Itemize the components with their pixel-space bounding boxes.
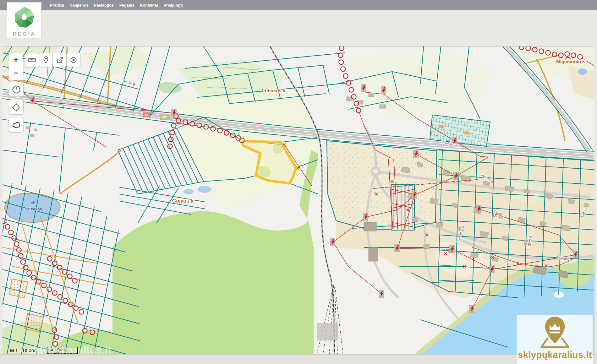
lithuania-outline-icon bbox=[11, 120, 21, 130]
history-time-button[interactable] bbox=[9, 82, 24, 97]
share-tool-button[interactable] bbox=[53, 53, 67, 67]
menu-item-prisijungti[interactable]: Prisijungti bbox=[164, 3, 183, 8]
settlement-label-miguc: Migūčionių k bbox=[556, 59, 585, 64]
minus-icon: − bbox=[14, 69, 19, 78]
settlement-label-gojaus: Gojaus k. bbox=[172, 198, 195, 204]
locate-point-button[interactable] bbox=[67, 53, 80, 67]
crosshair-icon bbox=[12, 103, 21, 112]
clock-icon bbox=[12, 85, 21, 94]
measure-tool-button[interactable] bbox=[25, 53, 39, 67]
ruler-icon bbox=[28, 56, 36, 64]
crown-pin-icon bbox=[536, 315, 574, 349]
highway-shield-a1: A1 bbox=[143, 112, 151, 117]
regia-map-app: Pradžia Naujienos Paslaugos Pagalba Kont… bbox=[0, 0, 597, 364]
target-dot-icon bbox=[69, 56, 78, 64]
menu-item-paslaugos[interactable]: Paslaugos bbox=[94, 3, 114, 8]
brand-logo-tab[interactable]: REGIA bbox=[7, 2, 41, 38]
settlement-label-lubakos: Lubakos k. bbox=[262, 88, 287, 93]
svg-text:A1: A1 bbox=[145, 113, 149, 117]
map-canvas[interactable]: A1 E85 Lubakos k. Migūčionių k Gojaus k.… bbox=[3, 46, 594, 355]
footer-strip bbox=[0, 354, 597, 364]
map-pin-icon bbox=[42, 56, 50, 64]
menu-item-kontaktai[interactable]: Kontaktai bbox=[140, 3, 158, 8]
menu-item-pagalba[interactable]: Pagalba bbox=[119, 3, 134, 8]
watermark-brand: sklypųkaralius.lt bbox=[518, 350, 592, 360]
regia-gem-icon bbox=[13, 6, 36, 29]
zoom-out-button[interactable]: − bbox=[9, 66, 23, 80]
faint-watermark: sklypųkaralius.lt bbox=[28, 344, 111, 355]
watermark-card: sklypųkaralius.lt bbox=[517, 315, 593, 364]
my-location-button[interactable] bbox=[9, 100, 24, 115]
menu-item-naujienos[interactable]: Naujienos bbox=[69, 3, 88, 8]
map-viewport[interactable]: A1 E85 Lubakos k. Migūčionių k Gojaus k.… bbox=[3, 46, 594, 355]
highway-shield-e85: E85 bbox=[160, 115, 170, 120]
export-arrow-icon bbox=[56, 56, 64, 64]
lake-label-line2: Salcekas bbox=[25, 207, 42, 211]
large-field bbox=[327, 141, 437, 229]
zoom-in-button[interactable]: + bbox=[9, 53, 23, 67]
full-extent-button[interactable] bbox=[9, 118, 24, 133]
brand-name: REGIA bbox=[7, 31, 41, 37]
lake-label-line1: ež. bbox=[30, 200, 36, 205]
marker-tool-button[interactable] bbox=[39, 53, 53, 67]
top-menu-bar: Pradžia Naujienos Paslaugos Pagalba Kont… bbox=[0, 0, 597, 10]
menu-item-pradzia[interactable]: Pradžia bbox=[50, 3, 64, 8]
plus-icon: + bbox=[14, 56, 19, 64]
svg-text:E85: E85 bbox=[162, 116, 167, 119]
